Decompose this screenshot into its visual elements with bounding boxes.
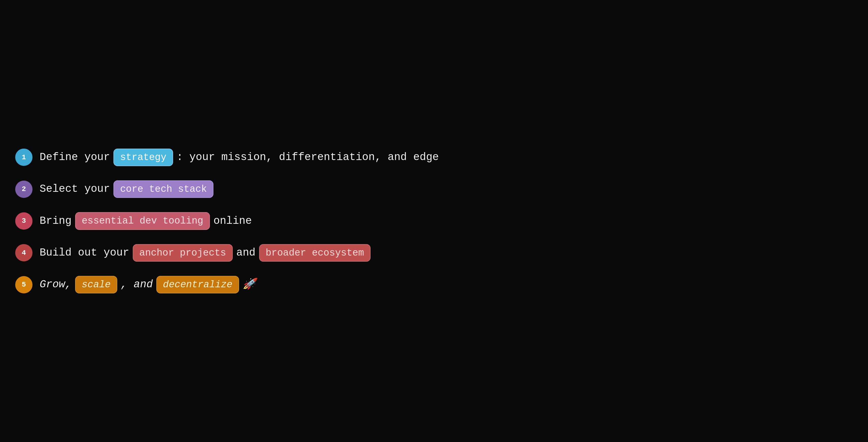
steps-list: 1 Define your strategy : your mission, d… xyxy=(15,142,853,301)
step-1-text-middle: : your mission, differentiation, and edg… xyxy=(177,150,439,164)
step-row-4: 4 Build out your anchor projects and bro… xyxy=(15,237,853,269)
step-3-text-middle: online xyxy=(213,214,252,228)
step-row-1: 1 Define your strategy : your mission, d… xyxy=(15,142,853,173)
step-circle-4: 4 xyxy=(15,244,32,261)
step-5-emoji: 🚀 xyxy=(243,278,256,292)
step-3-text-before: Bring xyxy=(40,214,71,228)
dev-tooling-badge: essential dev tooling xyxy=(75,212,210,230)
step-row-5: 5 Grow, scale , and decentralize 🚀 xyxy=(15,269,853,300)
scale-badge: scale xyxy=(75,276,117,293)
step-text-4: Build out your anchor projects and broad… xyxy=(40,244,371,262)
anchor-projects-badge: anchor projects xyxy=(133,244,233,262)
step-number-4: 4 xyxy=(22,249,26,257)
step-text-5: Grow, scale , and decentralize 🚀 xyxy=(40,276,256,293)
step-number-3: 3 xyxy=(22,217,26,225)
step-text-3: Bring essential dev tooling online xyxy=(40,212,252,230)
step-4-text-before: Build out your xyxy=(40,246,129,260)
step-circle-5: 5 xyxy=(15,276,32,293)
step-circle-2: 2 xyxy=(15,181,32,198)
step-number-2: 2 xyxy=(22,185,26,193)
core-tech-stack-badge: core tech stack xyxy=(114,180,213,198)
step-row-3: 3 Bring essential dev tooling online xyxy=(15,205,853,237)
decentralize-badge: decentralize xyxy=(156,276,239,293)
step-row-2: 2 Select your core tech stack xyxy=(15,173,853,205)
step-1-text-before: Define your xyxy=(40,150,110,164)
broader-ecosystem-badge: broader ecosystem xyxy=(259,244,371,262)
step-number-5: 5 xyxy=(22,281,26,289)
step-4-text-middle: and xyxy=(236,246,255,260)
step-text-2: Select your core tech stack xyxy=(40,180,213,198)
step-5-text-before: Grow, xyxy=(40,278,71,292)
step-circle-1: 1 xyxy=(15,149,32,166)
step-2-text-before: Select your xyxy=(40,182,110,196)
step-text-1: Define your strategy : your mission, dif… xyxy=(40,149,439,166)
step-number-1: 1 xyxy=(22,153,26,161)
step-circle-3: 3 xyxy=(15,212,32,230)
strategy-badge: strategy xyxy=(114,149,173,166)
step-5-text-middle: , and xyxy=(121,278,153,292)
